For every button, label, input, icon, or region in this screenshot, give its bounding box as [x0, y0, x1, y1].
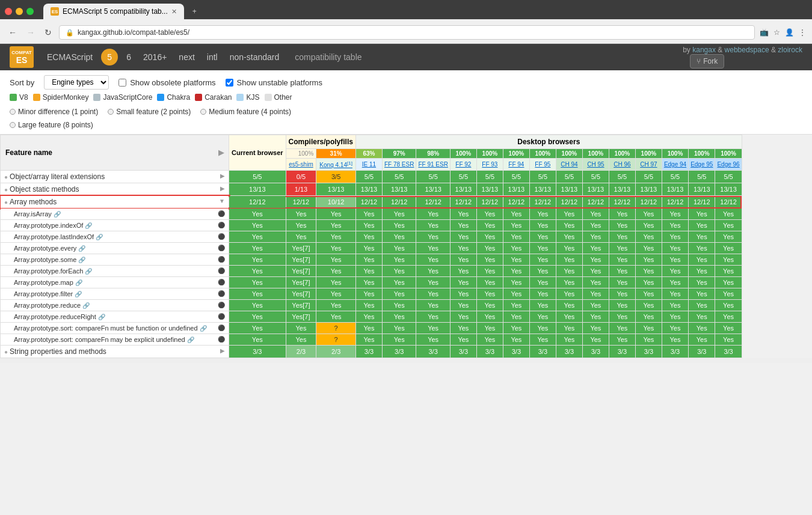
expand-all-icon[interactable]: ▶	[218, 148, 224, 157]
feature-link[interactable]: Array.prototype.forEach	[14, 267, 83, 275]
compat-cell: Yes	[450, 334, 476, 346]
nav-next[interactable]: next	[173, 44, 200, 70]
nav-intl[interactable]: intl	[201, 44, 224, 70]
feature-config-icon[interactable]: ⚫	[218, 233, 225, 240]
feature-ext-link[interactable]: 🔗	[85, 268, 92, 275]
feature-config-icon[interactable]: ⚫	[218, 325, 225, 331]
window-minimize[interactable]	[16, 8, 23, 15]
feature-config-icon[interactable]: ⚫	[218, 256, 225, 263]
feature-ext-link[interactable]: 🔗	[85, 222, 92, 229]
compat-table-wrapper[interactable]: Feature name ▶ Current browser Compilers…	[0, 135, 812, 358]
feature-config-icon[interactable]: ⚫	[218, 267, 225, 274]
bullet-icon: ●	[4, 199, 8, 206]
ch94-link[interactable]: CH 94	[561, 161, 577, 168]
browser-tab[interactable]: ES ECMAScript 5 compatibility tab... ✕	[43, 4, 184, 19]
bookmark-icon[interactable]: ☆	[774, 28, 780, 37]
compat-cell: Yes	[689, 288, 715, 300]
nav-6[interactable]: 6	[120, 44, 137, 70]
ch95-link[interactable]: CH 95	[587, 161, 604, 168]
compat-cell: ?	[316, 323, 356, 334]
nav-non-standard[interactable]: non-standard	[224, 44, 286, 70]
feature-ext-link[interactable]: 🔗	[98, 314, 105, 320]
forward-button[interactable]: →	[24, 26, 37, 38]
feature-link[interactable]: Array.prototype.every	[14, 245, 76, 252]
nav-2016[interactable]: 2016+	[137, 44, 173, 70]
feature-ext-link[interactable]: 🔗	[96, 234, 103, 240]
ch96-link[interactable]: CH 96	[614, 161, 630, 168]
table-row: Array.prototype.reduce 🔗 ⚫YesYes[7]YesYe…	[1, 300, 742, 311]
sort-select[interactable]: Engine types	[44, 75, 109, 90]
feature-ext-link[interactable]: 🔗	[75, 291, 82, 297]
table-row: ● Array methods ▼12/1212/1210/1212/1212/…	[1, 196, 742, 209]
nav-ecmascript[interactable]: ECMAScript	[41, 44, 99, 70]
fork-button[interactable]: ⑂ Fork	[690, 54, 724, 69]
compat-cell: Yes	[556, 334, 582, 346]
feature-link[interactable]: Array.prototype.indexOf	[14, 222, 83, 229]
feature-config-icon[interactable]: ⚫	[218, 279, 225, 285]
ff95-link[interactable]: FF 95	[535, 161, 550, 168]
expand-icon[interactable]: ▶	[220, 172, 225, 179]
ff94-link[interactable]: FF 94	[508, 161, 524, 168]
ch97-link[interactable]: CH 97	[640, 161, 657, 168]
feature-config-icon[interactable]: ⚫	[218, 336, 225, 343]
feature-ext-link[interactable]: 🔗	[54, 211, 61, 218]
edge96-link[interactable]: Edge 96	[717, 161, 739, 168]
menu-icon[interactable]: ⋮	[799, 28, 806, 37]
cast-icon[interactable]: 📺	[760, 28, 769, 37]
feature-link[interactable]: Array.isArray	[14, 210, 52, 218]
feature-link[interactable]: Array.prototype.some	[14, 256, 76, 263]
es5shim-link[interactable]: es5-shim	[289, 161, 313, 168]
expand-icon[interactable]: ▶	[220, 185, 225, 192]
feature-config-icon[interactable]: ⚫	[218, 245, 225, 251]
reload-button[interactable]: ↻	[42, 26, 54, 38]
feature-link[interactable]: Array.prototype.sort: compareFn may be e…	[14, 336, 185, 343]
ff78-link[interactable]: FF 78 ESR	[384, 161, 414, 168]
show-obsolete-label[interactable]: Show obsolete platforms	[118, 78, 215, 87]
current-browser-cell: Yes	[229, 243, 286, 254]
author-zloirock[interactable]: zloirock	[778, 46, 802, 54]
konq-link[interactable]: Konq 4.14[1]	[319, 162, 352, 168]
author-webbedspace[interactable]: webbedspace	[725, 46, 769, 54]
feature-ext-link[interactable]: 🔗	[187, 337, 194, 343]
feature-config-icon[interactable]: ⚫	[218, 290, 225, 297]
edge95-link[interactable]: Edge 95	[691, 161, 713, 168]
new-tab-button[interactable]: +	[188, 5, 201, 18]
feature-link[interactable]: Array.prototype.lastIndexOf	[14, 233, 94, 240]
feature-ext-link[interactable]: 🔗	[78, 257, 85, 263]
address-bar[interactable]: 🔒 kangax.github.io/compat-table/es5/	[59, 25, 755, 40]
feature-ext-link[interactable]: 🔗	[82, 302, 90, 309]
expand-icon[interactable]: ▼	[219, 198, 225, 204]
feature-link[interactable]: Array.prototype.filter	[14, 290, 73, 297]
scrollbar[interactable]	[0, 358, 812, 363]
feature-ext-link[interactable]: 🔗	[200, 325, 207, 332]
compat-cell: 12/12	[556, 196, 582, 209]
show-obsolete-checkbox[interactable]	[118, 79, 126, 87]
feature-link[interactable]: Array.prototype.reduceRight	[14, 313, 96, 320]
compat-cell: Yes	[715, 323, 742, 334]
author-kangax[interactable]: kangax	[692, 46, 716, 54]
nav-5[interactable]: 5	[101, 49, 118, 66]
ff92-link[interactable]: FF 92	[455, 161, 471, 168]
feature-config-icon[interactable]: ⚫	[218, 222, 225, 228]
feature-link[interactable]: Array.prototype.sort: compareFn must be …	[14, 325, 198, 332]
feature-config-icon[interactable]: ⚫	[218, 210, 225, 217]
profile-icon[interactable]: 👤	[785, 28, 794, 37]
ff93-link[interactable]: FF 93	[482, 161, 497, 168]
feature-ext-link[interactable]: 🔗	[78, 245, 85, 252]
show-unstable-checkbox[interactable]	[226, 79, 233, 87]
feature-link[interactable]: Array.prototype.map	[14, 279, 73, 286]
tab-close-button[interactable]: ✕	[171, 8, 177, 16]
ff91-link[interactable]: FF 91 ESR	[418, 161, 448, 168]
back-button[interactable]: ←	[6, 26, 19, 38]
legend-other-color	[265, 94, 272, 101]
show-unstable-label[interactable]: Show unstable platforms	[226, 78, 322, 87]
ie11-link[interactable]: IE 11	[362, 161, 376, 168]
feature-config-icon[interactable]: ⚫	[218, 302, 225, 308]
feature-link[interactable]: Array.prototype.reduce	[14, 302, 81, 309]
feature-config-icon[interactable]: ⚫	[218, 313, 225, 320]
window-maximize[interactable]	[26, 8, 34, 15]
window-close[interactable]	[5, 8, 12, 15]
edge94-link[interactable]: Edge 94	[664, 161, 686, 168]
expand-icon[interactable]: ▶	[220, 347, 225, 354]
feature-ext-link[interactable]: 🔗	[75, 279, 82, 286]
